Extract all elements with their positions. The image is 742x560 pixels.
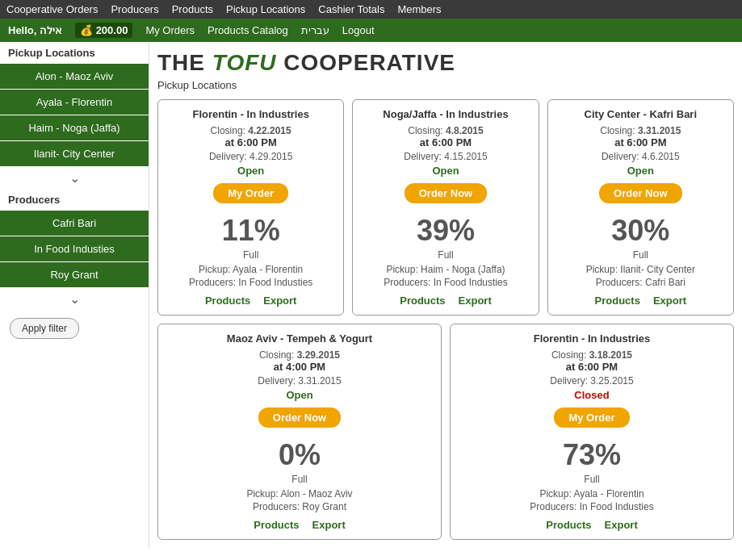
balance-value: 200.00 (96, 24, 128, 36)
card-status-0: Open (166, 165, 335, 177)
card-delivery-4: Delivery: 3.25.2015 (459, 375, 725, 387)
card-producers-3: Producers: Roy Grant (166, 501, 433, 512)
card-closing-label-0: Closing: 4.22.2015 (166, 125, 335, 136)
card-full-4: Full (459, 474, 725, 485)
producers-chevron: ⌄ (0, 288, 149, 310)
card-closing-time-0: at 6:00 PM (166, 136, 335, 148)
green-bar: Hello, אילה 💰 200.00 My Orders Products … (0, 19, 742, 42)
main-layout: Pickup Locations Alon - Maoz Aviv Ayala … (0, 42, 742, 548)
page-title: THE TOFU COOPERATIVE (157, 50, 734, 76)
card-links-3: Products Export (166, 519, 433, 531)
card-closing-time-2: at 6:00 PM (556, 136, 725, 148)
card-full-1: Full (361, 249, 530, 261)
card-btn-4[interactable]: My Order (554, 407, 629, 428)
nav-members[interactable]: Members (397, 3, 441, 15)
card-links-4: Products Export (459, 519, 725, 531)
nav-producers[interactable]: Producers (111, 3, 158, 15)
sidebar: Pickup Locations Alon - Maoz Aviv Ayala … (0, 42, 149, 548)
card-maozaviv: Maoz Aviv - Tempeh & Yogurt Closing: 3.2… (157, 324, 442, 540)
card-pickup-4: Pickup: Ayala - Florentin (459, 488, 725, 499)
card-title-1: Noga/Jaffa - In Industries (361, 108, 530, 120)
card-title-4: Florentin - In Industries (459, 332, 725, 345)
card-export-link-0[interactable]: Export (263, 295, 296, 307)
card-producers-0: Producers: In Food Industies (166, 277, 335, 288)
card-btn-3[interactable]: Order Now (258, 407, 341, 428)
card-pickup-1: Pickup: Haim - Noga (Jaffa) (361, 264, 530, 275)
card-closing-label-1: Closing: 4.8.2015 (361, 125, 530, 136)
card-products-link-3[interactable]: Products (254, 519, 299, 531)
pickup-locations-label: Pickup Locations (157, 79, 734, 91)
card-full-0: Full (166, 249, 335, 261)
nav-products[interactable]: Products (172, 3, 213, 15)
card-title-0: Florentin - In Industries (166, 108, 335, 120)
card-producers-4: Producers: In Food Industies (459, 501, 725, 512)
card-closing-label-2: Closing: 3.31.2015 (556, 125, 725, 136)
card-delivery-2: Delivery: 4.6.2015 (556, 151, 725, 162)
card-closing-label-4: Closing: 3.18.2015 (459, 349, 725, 361)
card-delivery-1: Delivery: 4.15.2015 (361, 151, 530, 162)
card-export-link-3[interactable]: Export (312, 519, 346, 531)
nav-cooperative-orders[interactable]: Cooperative Orders (6, 3, 98, 15)
card-noga: Noga/Jaffa - In Industries Closing: 4.8.… (352, 99, 539, 316)
title-suffix: COOPERATIVE (276, 50, 455, 75)
pickup-locations-title: Pickup Locations (0, 42, 149, 64)
card-citycenter: City Center - Kafri Bari Closing: 3.31.2… (547, 99, 734, 316)
my-orders-link[interactable]: My Orders (145, 24, 195, 36)
hebrew-link[interactable]: עברית (301, 24, 329, 36)
card-percent-0: 11% (166, 214, 335, 248)
card-delivery-3: Delivery: 3.31.2015 (166, 375, 433, 387)
card-title-2: City Center - Kafri Bari (556, 108, 725, 120)
apply-filter-button[interactable]: Apply filter (10, 318, 79, 339)
card-links-2: Products Export (556, 295, 725, 307)
nav-pickup-locations[interactable]: Pickup Locations (226, 3, 305, 15)
cards-grid-bottom: Maoz Aviv - Tempeh & Yogurt Closing: 3.2… (157, 324, 734, 540)
nav-cashier-totals[interactable]: Cashier Totals (318, 3, 384, 15)
sidebar-item-haim[interactable]: Haim - Noga (Jaffa) (0, 115, 149, 140)
card-products-link-0[interactable]: Products (205, 295, 250, 307)
card-percent-3: 0% (166, 438, 433, 472)
card-links-1: Products Export (361, 295, 530, 307)
card-closing-time-4: at 6:00 PM (459, 361, 725, 373)
card-products-link-4[interactable]: Products (546, 519, 591, 531)
card-pickup-3: Pickup: Alon - Maoz Aviv (166, 488, 433, 499)
card-closing-date-1: 4.8.2015 (446, 125, 484, 136)
card-title-3: Maoz Aviv - Tempeh & Yogurt (166, 332, 433, 345)
products-catalog-link[interactable]: Products Catalog (208, 24, 288, 36)
card-export-link-1[interactable]: Export (459, 295, 492, 307)
card-percent-4: 73% (459, 438, 725, 472)
card-links-0: Products Export (166, 295, 335, 307)
title-highlight: TOFU (212, 50, 277, 75)
card-closing-label-3: Closing: 3.29.2015 (166, 349, 433, 361)
card-producers-1: Producers: In Food Industies (361, 277, 530, 288)
sidebar-item-infood[interactable]: In Food Industies (0, 236, 149, 261)
card-btn-1[interactable]: Order Now (405, 183, 487, 203)
card-products-link-2[interactable]: Products (595, 295, 640, 307)
card-status-4: Closed (459, 389, 725, 401)
sidebar-item-cafri[interactable]: Cafri Bari (0, 211, 149, 236)
card-export-link-2[interactable]: Export (653, 295, 686, 307)
card-status-1: Open (361, 165, 530, 177)
card-full-2: Full (556, 249, 725, 261)
card-florentin-2: Florentin - In Industries Closing: 3.18.… (450, 324, 734, 540)
card-florentin-1: Florentin - In Industries Closing: 4.22.… (157, 99, 344, 316)
cards-grid-top: Florentin - In Industries Closing: 4.22.… (157, 99, 734, 316)
card-pickup-2: Pickup: Ilanit- City Center (556, 264, 725, 275)
card-closing-date-4: 3.18.2015 (589, 349, 632, 361)
sidebar-item-roy[interactable]: Roy Grant (0, 262, 149, 287)
card-full-3: Full (166, 474, 433, 485)
card-btn-2[interactable]: Order Now (599, 183, 681, 203)
sidebar-item-ayala[interactable]: Ayala - Florentin (0, 90, 149, 115)
sidebar-item-alon[interactable]: Alon - Maoz Aviv (0, 64, 149, 89)
hello-label: Hello, אילה (8, 24, 62, 36)
card-closing-date-0: 4.22.2015 (248, 125, 291, 136)
card-export-link-4[interactable]: Export (605, 519, 638, 531)
card-pickup-0: Pickup: Ayala - Florentin (166, 264, 335, 275)
card-closing-time-3: at 4:00 PM (166, 361, 433, 373)
card-btn-0[interactable]: My Order (213, 183, 288, 203)
pickup-chevron: ⌄ (0, 167, 149, 189)
card-percent-2: 30% (556, 214, 725, 248)
sidebar-item-ilanit[interactable]: Ilanit- City Center (0, 141, 149, 166)
card-products-link-1[interactable]: Products (400, 295, 445, 307)
logout-link[interactable]: Logout (342, 24, 375, 36)
card-delivery-0: Delivery: 4.29.2015 (166, 151, 335, 162)
